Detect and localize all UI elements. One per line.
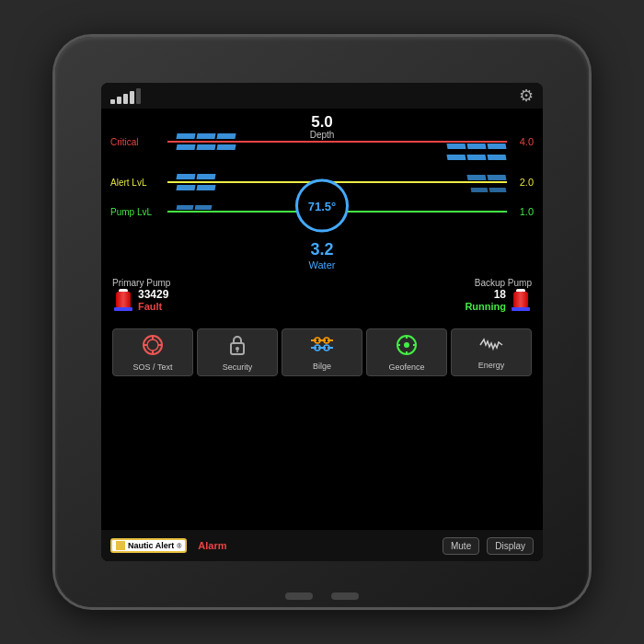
water-value: 3.2 [309, 240, 336, 259]
pump-section: Primary Pump 33429 Fault [110, 274, 534, 325]
security-label: Security [223, 362, 253, 372]
display-button[interactable]: Display [487, 537, 534, 555]
depth-value: 5.0 [310, 114, 335, 130]
svg-point-7 [236, 347, 239, 351]
bilge-button[interactable]: Bilge [282, 328, 362, 376]
energy-icon [478, 336, 504, 359]
geofence-button[interactable]: Geofence [366, 328, 447, 376]
backup-pump-name: Backup Pump [475, 278, 532, 288]
settings-icon[interactable]: ⚙ [519, 86, 534, 106]
security-button[interactable]: Security [197, 328, 278, 376]
device-buttons [285, 592, 359, 600]
depth-label: Depth [310, 130, 335, 140]
primary-pump-name: Primary Pump [112, 278, 170, 288]
bilge-icon [309, 335, 335, 360]
geofence-icon [396, 334, 418, 361]
bilge-label: Bilge [313, 362, 331, 371]
device-btn-left[interactable] [285, 592, 313, 600]
pump-level-value: 1.0 [511, 206, 534, 217]
device-frame: ⚙ 5.0 Depth Critical [55, 37, 589, 607]
device-screen: ⚙ 5.0 Depth Critical [101, 83, 543, 561]
primary-pump-icon [112, 289, 134, 311]
sos-icon [142, 334, 164, 361]
geofence-label: Geofence [388, 362, 424, 372]
backup-pump-number: 18 [465, 288, 506, 301]
primary-pump-info: Primary Pump 33429 Fault [112, 278, 170, 321]
sos-button[interactable]: SOS / Text [112, 328, 193, 376]
bottom-bar: Nautic Alert ® Alarm Mute Display [101, 530, 543, 561]
alert-value: 2.0 [511, 177, 534, 188]
energy-button[interactable]: Energy [451, 328, 532, 376]
backup-pump-status: Running [465, 301, 506, 312]
backup-pump-info: Backup Pump 18 Running [465, 278, 532, 321]
device-btn-right[interactable] [331, 592, 359, 600]
water-label: Water [309, 259, 336, 270]
nav-buttons: SOS / Text Security [110, 325, 534, 380]
pump-level-label: Pump LvL [110, 207, 164, 217]
backup-pump-icon [510, 289, 532, 311]
brand-logo: Nautic Alert ® [110, 538, 187, 553]
security-icon [227, 334, 247, 361]
alert-label: Alert LvL [110, 178, 164, 188]
temperature-gauge: 71.5° [295, 179, 349, 233]
depth-area: 5.0 Depth Critical [110, 114, 534, 270]
alarm-label: Alarm [198, 540, 226, 551]
primary-pump-status: Fault [138, 301, 168, 312]
brand-name: Nautic Alert [128, 541, 174, 550]
critical-value: 4.0 [511, 136, 534, 147]
primary-pump-number: 33429 [138, 288, 168, 301]
energy-label: Energy [478, 361, 505, 370]
mute-button[interactable]: Mute [443, 537, 479, 555]
critical-label: Critical [110, 137, 164, 147]
main-content: 5.0 Depth Critical [101, 109, 543, 530]
brand-square [116, 541, 125, 550]
sos-label: SOS / Text [133, 362, 173, 372]
status-bar: ⚙ [101, 83, 543, 109]
signal-icon [110, 88, 141, 104]
svg-point-1 [147, 339, 158, 351]
svg-point-20 [404, 342, 409, 348]
brand-registered: ® [177, 543, 181, 549]
